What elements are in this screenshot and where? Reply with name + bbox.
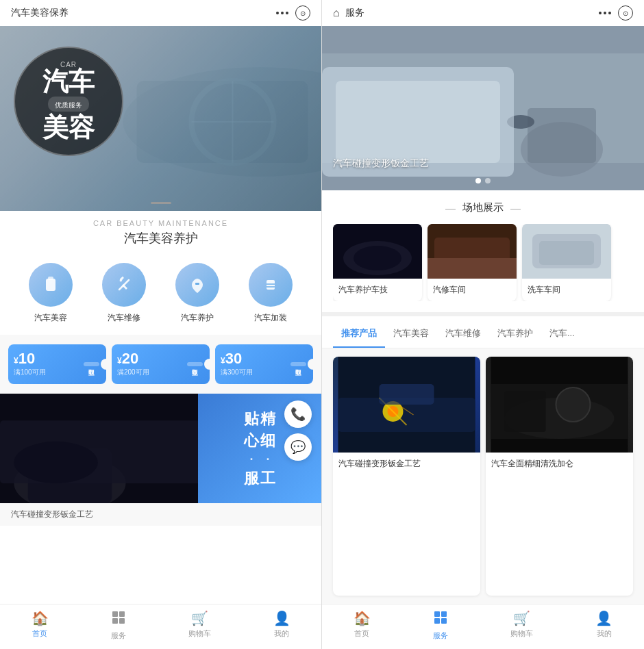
venue-card-3[interactable]: 洗车车间 — [522, 224, 611, 301]
right-profile-icon: 👤 — [595, 610, 612, 626]
product-title-2: 汽车全面精细清洗加仑 — [486, 453, 633, 475]
service-item-repair[interactable]: 汽车维修 — [102, 263, 146, 324]
svg-rect-52 — [434, 618, 440, 624]
right-home-icon: 🏠 — [354, 610, 371, 626]
chat-float-button[interactable]: 💬 — [284, 433, 312, 461]
product-img-detailing — [486, 357, 633, 453]
venue-label-3: 洗车车间 — [522, 279, 611, 301]
svg-point-48 — [556, 387, 591, 422]
hero-quality: 优质服务 — [55, 101, 82, 109]
right-app-title: 服务 — [345, 7, 364, 19]
svg-rect-37 — [539, 241, 594, 265]
tab-care[interactable]: 汽车养护 — [489, 320, 541, 348]
nav-home-left[interactable]: 🏠 首页 — [32, 610, 49, 641]
product-grid: 汽车碰撞变形钣金工艺 汽车全面精细清洗加仑 — [322, 348, 644, 604]
right-nav-cart-label: 购物车 — [510, 628, 533, 639]
coupon-10[interactable]: ¥10 满100可用 立即领取 — [8, 344, 106, 384]
service-icons-row: 汽车美容 汽车维修 汽车养护 — [0, 252, 321, 329]
nav-cart-right[interactable]: 🛒 购物车 — [510, 610, 533, 641]
service-label-repair: 汽车维修 — [108, 312, 140, 324]
svg-rect-20 — [112, 618, 118, 624]
svg-point-17 — [14, 442, 97, 483]
dot-2[interactable] — [485, 178, 491, 183]
coupon-20-btn[interactable]: 立即领取 — [187, 362, 203, 366]
nav-service-left[interactable]: 服务 — [111, 610, 126, 641]
right-status-icons: ⊙ — [599, 5, 633, 21]
tab-repair[interactable]: 汽车维修 — [437, 320, 489, 348]
svg-rect-28 — [336, 81, 500, 163]
hero-pagination — [475, 178, 491, 183]
subtitle-section: CAR BEAUTY MAINTENANCE 汽车美容养护 — [0, 211, 321, 252]
service-label-upgrade: 汽车加装 — [254, 312, 287, 324]
product-title-1: 汽车碰撞变形钣金工艺 — [333, 453, 480, 475]
phone-float-button[interactable]: 📞 — [284, 400, 312, 428]
coupon-30[interactable]: ¥30 满300可用 立即领取 — [215, 344, 313, 384]
product-img-welding — [333, 357, 480, 453]
coupon-10-desc: 满100可用 — [14, 368, 46, 377]
venue-label-2: 汽修车间 — [428, 279, 517, 301]
svg-rect-9 — [195, 283, 199, 285]
svg-rect-50 — [434, 611, 440, 617]
service-item-beauty[interactable]: 汽车美容 — [29, 263, 73, 324]
nav-home-label: 首页 — [32, 628, 47, 639]
scroll-indicator — [151, 202, 171, 204]
more-dots-icon[interactable] — [276, 12, 288, 14]
coupon-20[interactable]: ¥20 满200可用 立即领取 — [112, 344, 210, 384]
svg-rect-19 — [119, 611, 125, 617]
svg-rect-7 — [46, 279, 55, 291]
coupon-20-amount: ¥20 — [117, 351, 138, 366]
tab-more[interactable]: 汽车... — [541, 320, 583, 348]
hero-banner-left: CAR 汽 车 优质服务 美容 — [0, 26, 321, 211]
service-item-upgrade[interactable]: 汽车加装 — [249, 263, 293, 324]
venue-card-2[interactable]: 汽修车间 — [428, 224, 517, 301]
svg-rect-25 — [528, 108, 596, 163]
separator — [322, 312, 644, 316]
product-card-1[interactable]: 汽车碰撞变形钣金工艺 — [333, 357, 480, 596]
hero-char3: 美容 — [42, 114, 95, 142]
svg-point-31 — [354, 246, 401, 270]
service-item-care[interactable]: 汽车养护 — [175, 263, 219, 324]
product-banner: 贴 精 心 细 · · 服 工 — [0, 394, 321, 503]
coupon-10-btn[interactable]: 立即领取 — [84, 362, 99, 366]
tab-beauty[interactable]: 汽车美容 — [385, 320, 437, 348]
dot-1[interactable] — [475, 178, 481, 183]
svg-rect-49 — [505, 391, 546, 432]
hero-circle-logo: CAR 汽 车 优质服务 美容 — [14, 47, 123, 156]
right-more-dots[interactable] — [599, 12, 611, 14]
beauty-icon — [29, 263, 73, 307]
product-card-2[interactable]: 汽车全面精细清洗加仑 — [486, 357, 633, 596]
hero-banner-right: 汽车碰撞变形钣金工艺 — [322, 26, 644, 190]
hero-char2: 车 — [69, 68, 95, 94]
coupon-30-desc: 满300可用 — [221, 368, 253, 377]
svg-rect-51 — [441, 611, 447, 617]
tab-recommended[interactable]: 推荐产品 — [333, 320, 385, 348]
home-nav-icon: 🏠 — [32, 610, 49, 626]
venue-label-1: 汽车养护车技 — [333, 279, 422, 301]
right-bottom-nav: 🏠 首页 服务 🛒 购物车 👤 我的 — [322, 604, 644, 649]
coupon-20-desc: 满200可用 — [117, 368, 149, 377]
nav-home-right[interactable]: 🏠 首页 — [354, 610, 371, 641]
product-tabs: 推荐产品 汽车美容 汽车维修 汽车养护 汽车... — [322, 320, 644, 348]
product-section: 📞 💬 — [0, 394, 321, 604]
coupon-30-amount: ¥30 — [221, 351, 242, 366]
svg-rect-8 — [48, 277, 53, 280]
nav-cart-left[interactable]: 🛒 购物车 — [188, 610, 211, 641]
nav-profile-label: 我的 — [274, 628, 289, 639]
nav-profile-right[interactable]: 👤 我的 — [595, 610, 612, 641]
hero-caption: 汽车碰撞变形钣金工艺 — [333, 157, 429, 170]
right-target-icon[interactable]: ⊙ — [618, 5, 633, 21]
tab-section: 推荐产品 汽车美容 汽车维修 汽车养护 汽车... — [322, 320, 644, 348]
coupon-30-btn[interactable]: 立即领取 — [290, 362, 306, 366]
svg-rect-21 — [119, 618, 125, 624]
upgrade-icon — [249, 263, 293, 307]
service-label-care: 汽车养护 — [181, 312, 214, 324]
nav-service-right[interactable]: 服务 — [433, 610, 448, 641]
venue-card-1[interactable]: 汽车养护车技 — [333, 224, 422, 301]
nav-profile-left[interactable]: 👤 我的 — [273, 610, 290, 641]
service-label-beauty: 汽车美容 — [34, 312, 67, 324]
subtitle-en: CAR BEAUTY MAINTENANCE — [11, 219, 310, 227]
svg-rect-10 — [267, 280, 275, 290]
coupon-section: ¥10 满100可用 立即领取 ¥20 满200可用 立即领取 ¥30 满300… — [0, 335, 321, 394]
svg-rect-18 — [112, 611, 118, 617]
target-icon[interactable]: ⊙ — [295, 5, 310, 21]
